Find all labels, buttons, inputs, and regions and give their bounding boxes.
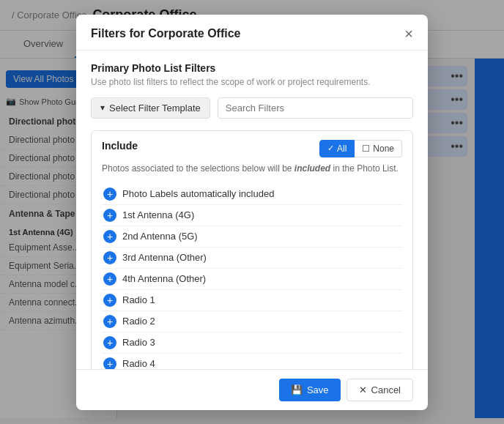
all-none-buttons: ✓ All ☐ None xyxy=(319,140,402,157)
none-label: None xyxy=(373,144,394,154)
filter-item-label: Radio 4 xyxy=(122,358,155,369)
cancel-button[interactable]: ✕ Cancel xyxy=(346,379,413,401)
include-description: Photos associated to the selections belo… xyxy=(102,162,402,175)
filter-item-label: 4th Antenna (Other) xyxy=(122,273,206,284)
none-button[interactable]: ☐ None xyxy=(355,140,402,157)
list-item[interactable]: + Radio 2 xyxy=(102,311,402,332)
modal-overlay: Filters for Corporate Office × Primary P… xyxy=(0,0,504,424)
filter-item-label: Radio 1 xyxy=(122,294,155,305)
select-filter-button[interactable]: ▾ Select Filter Template xyxy=(91,97,210,119)
plus-icon: + xyxy=(103,187,116,201)
filter-template-row: ▾ Select Filter Template xyxy=(91,97,413,119)
primary-filter-desc: Use photo list filters to reflect the sc… xyxy=(91,77,413,87)
modal-body: Primary Photo List Filters Use photo lis… xyxy=(76,51,428,369)
list-item[interactable]: + 2nd Antenna (5G) xyxy=(102,226,402,248)
plus-icon: + xyxy=(103,209,116,222)
plus-icon: + xyxy=(103,272,116,286)
list-item[interactable]: + 1st Antenna (4G) xyxy=(102,205,402,226)
plus-icon: + xyxy=(103,315,116,328)
list-item[interactable]: + Photo Labels automatically included xyxy=(102,184,402,205)
list-item[interactable]: + Radio 4 xyxy=(102,354,402,369)
modal-title: Filters for Corporate Office xyxy=(91,27,240,40)
select-filter-label: Select Filter Template xyxy=(109,103,201,114)
include-desc-before: Photos associated to the selections belo… xyxy=(102,163,294,174)
filter-item-label: Radio 2 xyxy=(122,316,155,327)
chevron-down-icon: ▾ xyxy=(100,103,105,113)
filter-item-label: 1st Antenna (4G) xyxy=(122,209,194,220)
filter-item-label: 2nd Antenna (5G) xyxy=(122,231,198,242)
include-desc-keyword: included xyxy=(294,163,330,174)
plus-icon: + xyxy=(103,251,116,264)
save-label: Save xyxy=(307,384,329,395)
all-button[interactable]: ✓ All xyxy=(319,140,355,157)
all-label: All xyxy=(337,144,346,154)
square-icon: ☐ xyxy=(362,144,370,154)
include-section: Include ✓ All ☐ None Photos associated t… xyxy=(91,130,413,369)
modal-footer: 💾 Save ✕ Cancel xyxy=(76,369,428,410)
close-button[interactable]: × xyxy=(404,26,413,41)
search-filters-input[interactable] xyxy=(218,97,413,119)
list-item[interactable]: + 4th Antenna (Other) xyxy=(102,269,402,290)
include-desc-after: in the Photo List. xyxy=(330,163,399,174)
plus-icon: + xyxy=(103,336,116,349)
filter-item-label: 3rd Antenna (Other) xyxy=(122,252,207,263)
cancel-x-icon: ✕ xyxy=(359,384,367,395)
plus-icon: + xyxy=(103,357,116,369)
list-item[interactable]: + Radio 1 xyxy=(102,290,402,311)
checkmark-icon: ✓ xyxy=(327,144,334,153)
include-title: Include xyxy=(102,140,138,152)
filter-items-list: + Photo Labels automatically included + … xyxy=(102,184,402,369)
plus-icon: + xyxy=(103,230,116,243)
modal-header: Filters for Corporate Office × xyxy=(76,15,428,51)
list-item[interactable]: + 3rd Antenna (Other) xyxy=(102,248,402,269)
primary-filter-title: Primary Photo List Filters xyxy=(91,62,413,74)
save-button[interactable]: 💾 Save xyxy=(279,379,341,401)
cancel-label: Cancel xyxy=(371,384,401,395)
plus-icon: + xyxy=(103,294,116,307)
include-header: Include ✓ All ☐ None xyxy=(102,140,402,157)
filter-item-label: Photo Labels automatically included xyxy=(122,188,274,199)
filters-modal: Filters for Corporate Office × Primary P… xyxy=(76,15,428,410)
filter-item-label: Radio 3 xyxy=(122,337,155,348)
list-item[interactable]: + Radio 3 xyxy=(102,332,402,354)
save-icon: 💾 xyxy=(291,384,303,395)
